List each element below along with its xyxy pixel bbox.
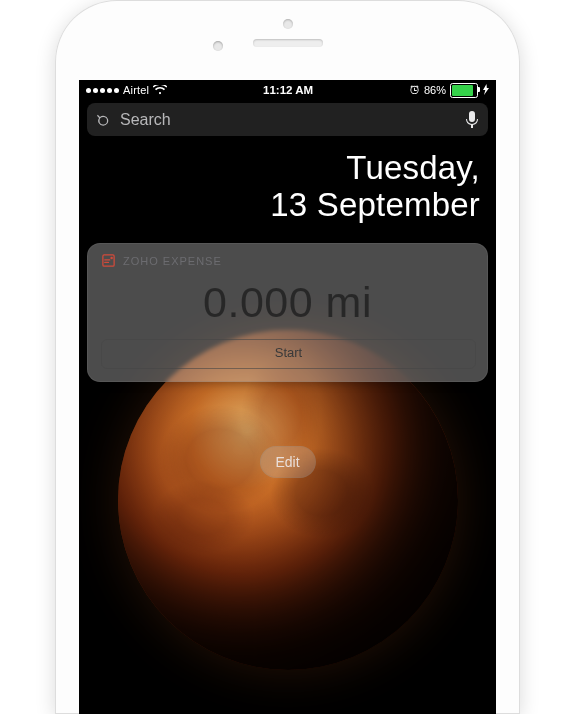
search-placeholder: Search: [120, 111, 458, 129]
charging-bolt-icon: [483, 84, 489, 97]
edit-widgets-button[interactable]: Edit: [259, 446, 315, 478]
carrier-label: Airtel: [123, 84, 149, 96]
spotlight-search[interactable]: Search: [87, 103, 488, 136]
lock-screen-day: Tuesday,: [79, 150, 480, 187]
signal-strength-icon: [86, 88, 119, 93]
earpiece-speaker: [253, 39, 323, 47]
start-button[interactable]: Start: [101, 339, 476, 369]
status-bar: Airtel 11:12 AM 86%: [79, 80, 496, 100]
phone-screen: Airtel 11:12 AM 86%: [79, 80, 496, 714]
lock-screen-date: Tuesday, 13 September: [79, 150, 480, 224]
odometer-readout: 0.000 mi: [101, 278, 474, 327]
zoho-expense-app-icon: [101, 253, 116, 268]
status-time: 11:12 AM: [263, 84, 313, 96]
front-camera: [213, 41, 223, 51]
battery-percent-label: 86%: [424, 84, 446, 96]
svg-point-1: [110, 257, 113, 260]
widget-header: ZOHO EXPENSE: [101, 253, 474, 268]
wifi-icon: [153, 85, 167, 95]
alarm-icon: [409, 84, 420, 97]
search-icon: [97, 112, 112, 127]
battery-icon: [450, 83, 478, 98]
microphone-icon[interactable]: [466, 111, 478, 129]
proximity-sensor: [283, 19, 293, 29]
battery-fill: [452, 85, 473, 96]
zoho-expense-widget: ZOHO EXPENSE 0.000 mi Start: [87, 243, 488, 382]
lock-screen-date-line: 13 September: [79, 187, 480, 224]
phone-frame: Airtel 11:12 AM 86%: [55, 0, 520, 714]
widget-app-name: ZOHO EXPENSE: [123, 255, 222, 267]
